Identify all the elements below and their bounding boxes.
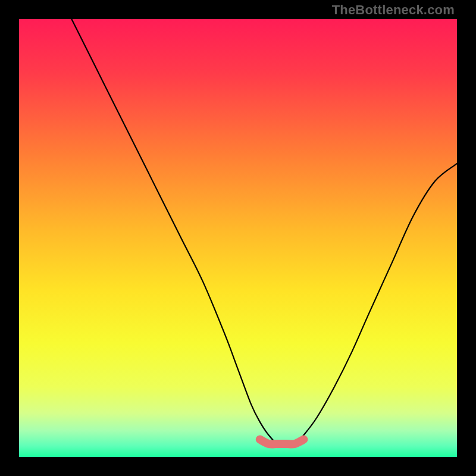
- flat-segment-highlight: [260, 440, 304, 444]
- watermark-text: TheBottleneck.com: [332, 2, 455, 18]
- plot-area: [19, 19, 457, 457]
- curve-layer: [19, 19, 457, 457]
- chart-frame: TheBottleneck.com: [0, 0, 476, 476]
- curve-line: [71, 19, 457, 444]
